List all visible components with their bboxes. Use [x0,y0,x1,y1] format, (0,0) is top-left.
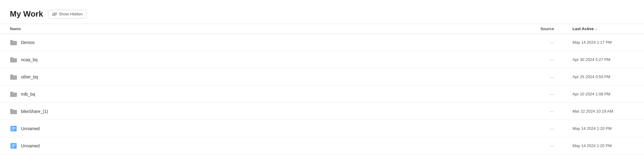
source-dash: — [550,143,554,148]
table-header: Name Source Last Active ↓ [0,24,644,34]
row-name-label: mlb_bq [21,92,35,97]
table-row[interactable]: bikeShare_(1) — Mar 22 2024 10:19 AM [0,103,644,120]
row-name-label: Unnamed [21,126,40,131]
table-row[interactable]: Unnamed — May 14 2024 1:20 PM [0,137,644,154]
row-name-cell: mlb_bq [10,91,517,97]
row-last-active-cell: May 14 2024 1:20 PM [573,126,634,131]
eye-icon [52,12,57,17]
row-name-cell: Demos [10,39,517,46]
page-title: My Work [10,9,43,19]
show-hidden-label: Show Hidden [59,12,83,16]
table-row[interactable]: other_bq — Apr 25 2024 0:59 PM [0,68,644,86]
row-last-active-cell: Mar 22 2024 10:19 AM [573,109,634,114]
folder-icon [10,108,17,114]
row-name-cell: ncaa_bq [10,57,517,63]
file-table: Name Source Last Active ↓ Demos — May 14… [0,24,644,154]
page-header: My Work Show Hidden [0,0,644,24]
table-row[interactable]: Demos — May 14 2024 1:17 PM [0,34,644,51]
row-name-label: other_bq [21,74,38,79]
folder-icon [10,74,17,80]
row-source-cell: — [517,57,554,62]
show-hidden-button[interactable]: Show Hidden [48,10,87,18]
row-name-cell: Unnamed [10,126,517,132]
row-last-active-cell: May 14 2024 1:17 PM [573,40,634,45]
row-name-label: bikeShare_(1) [21,109,48,114]
sort-arrow-icon: ↓ [595,27,597,31]
row-source-cell: — [517,143,554,148]
row-name-label: Demos [21,40,35,45]
source-dash: — [550,40,554,45]
notebook-icon [10,143,17,149]
row-name-label: Unnamed [21,143,40,148]
folder-icon [10,57,17,63]
folder-icon [10,91,17,97]
source-dash: — [550,57,554,62]
table-row[interactable]: ncaa_bq — Apr 30 2024 5:27 PM [0,51,644,68]
table-row[interactable]: Unnamed — May 14 2024 1:20 PM [0,120,644,137]
source-dash: — [550,126,554,131]
row-source-cell: — [517,74,554,79]
source-dash: — [550,92,554,97]
column-header-source: Source [517,26,554,31]
row-last-active-cell: Apr 25 2024 0:59 PM [573,74,634,79]
table-row[interactable]: mlb_bq — Apr 10 2024 1:08 PM [0,86,644,103]
row-last-active-cell: Apr 30 2024 5:27 PM [573,57,634,62]
source-dash: — [550,109,554,114]
row-name-cell: other_bq [10,74,517,80]
row-source-cell: — [517,109,554,114]
folder-icon [10,39,17,46]
row-source-cell: — [517,92,554,97]
table-body: Demos — May 14 2024 1:17 PM ncaa_bq — Ap… [0,34,644,154]
row-last-active-cell: May 14 2024 1:20 PM [573,143,634,148]
column-header-last-active[interactable]: Last Active ↓ [573,26,634,31]
row-name-label: ncaa_bq [21,57,38,62]
row-name-cell: bikeShare_(1) [10,108,517,114]
page-container: My Work Show Hidden Name Source Last Act… [0,0,644,168]
column-header-name: Name [10,26,517,31]
row-source-cell: — [517,126,554,131]
notebook-icon [10,126,17,132]
source-dash: — [550,74,554,79]
row-source-cell: — [517,40,554,45]
row-last-active-cell: Apr 10 2024 1:08 PM [573,92,634,96]
row-name-cell: Unnamed [10,143,517,149]
